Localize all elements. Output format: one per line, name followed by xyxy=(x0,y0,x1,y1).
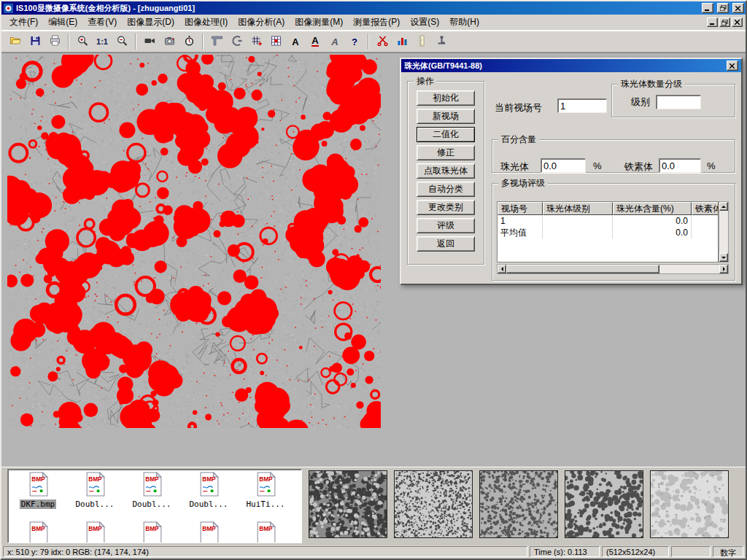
zoom-in-button[interactable] xyxy=(73,33,92,51)
file-item-partial[interactable]: BMP xyxy=(68,521,122,543)
video-camera-button[interactable] xyxy=(140,33,159,51)
column-header-pearlite-grade[interactable]: 珠光体级别 xyxy=(543,202,613,215)
open-icon xyxy=(9,35,22,48)
menu-image-analysis[interactable]: 图像分析(A) xyxy=(233,14,290,31)
file-item-partial[interactable]: BMP xyxy=(182,521,236,543)
help-button[interactable]: ? xyxy=(345,33,364,51)
file-item-partial[interactable]: BMP xyxy=(239,521,293,543)
text-tool-button[interactable]: A xyxy=(286,33,305,51)
annotate-tool-button[interactable]: A xyxy=(306,33,325,51)
thumbnail-image[interactable] xyxy=(650,470,729,538)
print-button[interactable] xyxy=(45,33,64,51)
file-browser: BMP DKF.bmp BMP Doubl... BMP Doubl... BM… xyxy=(7,469,302,543)
change-class-button[interactable]: 更改类别 xyxy=(417,200,475,215)
menu-help[interactable]: 帮助(H) xyxy=(444,14,484,31)
snapshot-camera-button[interactable] xyxy=(160,33,179,51)
ruler-button[interactable] xyxy=(412,33,431,51)
micrometer-button[interactable] xyxy=(227,33,246,51)
table-header-row: 视场号 珠光体级别 珠光体含量(%) 铁素体含量(%) xyxy=(498,202,718,215)
font-tool-button[interactable]: A xyxy=(325,33,344,51)
return-button[interactable]: 返回 xyxy=(417,236,475,252)
menu-image-processing[interactable]: 图像处理(I) xyxy=(179,14,233,31)
new-field-button[interactable]: 新视场 xyxy=(417,109,475,124)
save-button[interactable] xyxy=(26,33,44,51)
stand-button[interactable] xyxy=(432,33,451,51)
scroll-up-button[interactable] xyxy=(719,202,728,211)
bmp-file-icon: BMP xyxy=(26,472,50,499)
zoom-actual-button[interactable]: 1:1 xyxy=(93,33,112,51)
child-close-button[interactable] xyxy=(732,18,743,27)
pick-pearlite-button[interactable]: 点取珠光体 xyxy=(417,163,475,179)
micrograph-image[interactable] xyxy=(7,55,381,428)
stopwatch-button[interactable] xyxy=(179,33,198,51)
calibrate-grid-button[interactable] xyxy=(247,33,266,51)
scroll-left-button[interactable] xyxy=(498,265,506,273)
menu-settings[interactable]: 设置(S) xyxy=(405,14,444,31)
pearlite-percent-input[interactable] xyxy=(541,158,586,173)
table-horizontal-scrollbar[interactable] xyxy=(497,264,729,274)
menu-file[interactable]: 文件(F) xyxy=(4,14,43,31)
column-header-pearlite-content[interactable]: 珠光体含量(%) xyxy=(613,202,692,215)
scroll-track[interactable] xyxy=(659,265,719,273)
table-row[interactable]: 平均值 0.0 xyxy=(498,227,718,238)
thumbnail-image[interactable] xyxy=(394,470,473,538)
correct-button[interactable]: 修正 xyxy=(417,145,475,160)
scroll-down-button[interactable] xyxy=(719,253,728,262)
file-item[interactable]: BMP Doubl... xyxy=(68,472,122,520)
menu-image-measure[interactable]: 图像测量(M) xyxy=(290,14,348,31)
open-button[interactable] xyxy=(6,33,25,51)
file-item[interactable]: BMP Doubl... xyxy=(125,472,179,520)
auto-classify-button[interactable]: 自动分类 xyxy=(417,182,475,197)
thumbnail-image[interactable] xyxy=(565,470,643,538)
child-minimize-button[interactable] xyxy=(707,18,718,27)
close-button[interactable] xyxy=(732,3,744,13)
zoom-out-icon xyxy=(116,35,128,48)
cell-grade xyxy=(543,215,613,227)
calibrate-grid-icon xyxy=(250,35,263,48)
initialize-button[interactable]: 初始化 xyxy=(417,90,475,106)
table-row[interactable]: 1 0.0 xyxy=(498,215,718,227)
file-item-partial[interactable]: BMP xyxy=(11,521,65,543)
table-row-empty xyxy=(498,238,718,250)
binarize-button[interactable]: 二值化 xyxy=(417,127,475,142)
ferrite-percent-input[interactable] xyxy=(659,158,701,173)
cut-button[interactable] xyxy=(373,33,392,51)
multi-view-table[interactable]: 视场号 珠光体级别 珠光体含量(%) 铁素体含量(%) 1 0.0 xyxy=(497,201,719,262)
scroll-track[interactable] xyxy=(719,211,728,253)
title-bar[interactable]: IS100显微摄像系统(金相分析版) - [zhuguangti01] xyxy=(1,1,746,15)
restore-button[interactable] xyxy=(717,3,729,13)
file-name: DKF.bmp xyxy=(20,499,56,509)
status-coordinates: x: 510 y: 79 idx: 0 RGB: (174, 174, 174) xyxy=(3,546,527,557)
file-item-partial[interactable]: BMP xyxy=(125,521,179,543)
menu-view[interactable]: 查看(V) xyxy=(82,14,122,31)
menu-report[interactable]: 测量报告(P) xyxy=(348,14,405,31)
svg-text:BMP: BMP xyxy=(31,476,45,483)
column-header-ferrite-content[interactable]: 铁素体含量(%) xyxy=(692,202,719,215)
child-restore-button[interactable] xyxy=(719,18,730,27)
file-item[interactable]: BMP DKF.bmp xyxy=(11,472,65,520)
svg-text:BMP: BMP xyxy=(202,476,216,483)
pearlite-dialog-close-button[interactable] xyxy=(727,61,738,71)
table-vertical-scrollbar[interactable] xyxy=(719,201,729,262)
file-item[interactable]: BMP Doubl... xyxy=(182,472,236,520)
grade-input[interactable] xyxy=(656,95,701,109)
status-mode: 数字 xyxy=(713,546,743,557)
scroll-right-button[interactable] xyxy=(719,265,728,273)
menu-edit[interactable]: 编辑(E) xyxy=(43,14,82,31)
thumbnail-image[interactable] xyxy=(479,470,558,538)
analyze-button[interactable] xyxy=(392,33,411,51)
caliper-button[interactable] xyxy=(207,33,226,51)
grid-measure-button[interactable] xyxy=(266,33,285,51)
minimize-button[interactable] xyxy=(702,3,713,13)
scroll-thumb[interactable] xyxy=(506,265,659,273)
rate-button[interactable]: 评级 xyxy=(417,218,475,233)
current-view-input[interactable] xyxy=(557,98,607,113)
menu-image-display[interactable]: 图像显示(D) xyxy=(122,14,179,31)
column-header-field[interactable]: 视场号 xyxy=(498,202,543,215)
bmp-file-icon: BMP xyxy=(83,521,107,543)
thumbnail-image[interactable] xyxy=(309,470,387,538)
pearlite-dialog-titlebar[interactable]: 珠光体(GB/T9441-88) xyxy=(401,59,741,72)
file-item[interactable]: BMP HuiTi... xyxy=(239,472,293,520)
zoom-out-button[interactable] xyxy=(112,33,131,51)
svg-text:BMP: BMP xyxy=(88,526,102,532)
